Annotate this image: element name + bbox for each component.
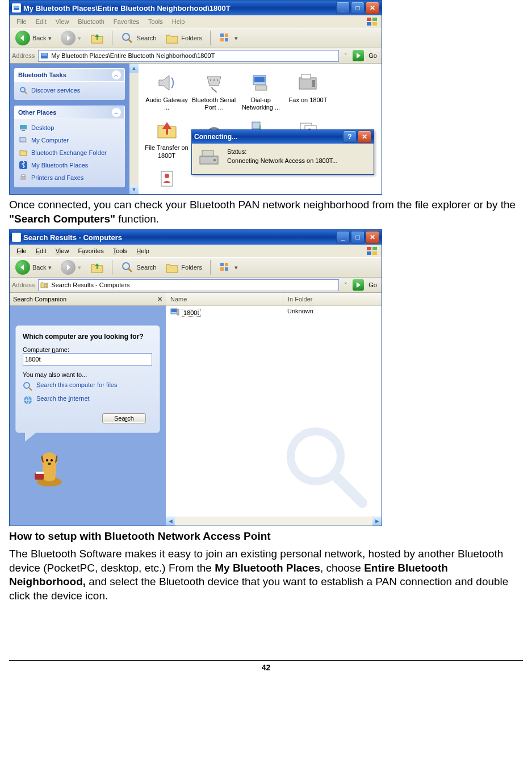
other-printers-faxes[interactable]: Printers and Faxes bbox=[18, 171, 122, 184]
sidebar-scrollbar[interactable]: ▲ ▼ bbox=[129, 64, 139, 194]
dialog-titlebar[interactable]: Connecting... ? ✕ bbox=[192, 130, 374, 144]
service-dun[interactable]: Dial-up Networking ... bbox=[237, 72, 284, 111]
service-audio-gateway[interactable]: Audio Gateway ... bbox=[143, 72, 190, 111]
menu-tools[interactable]: Tools bbox=[144, 17, 167, 26]
tasks-header[interactable]: Bluetooth Tasks ︿ bbox=[14, 68, 125, 82]
folders-button[interactable]: Folders bbox=[162, 30, 206, 46]
help-button[interactable]: ? bbox=[343, 131, 357, 143]
other-bt-exchange-folder[interactable]: Bluetooth Exchange Folder bbox=[18, 146, 122, 159]
search-files-link[interactable]: Search this computer for files bbox=[23, 381, 153, 392]
titlebar[interactable]: My Bluetooth Places\Entire Bluetooth Nei… bbox=[10, 1, 382, 15]
col-infolder[interactable]: In Folder bbox=[283, 293, 382, 305]
folders-button[interactable]: Folders bbox=[162, 259, 206, 275]
address-value: My Bluetooth Places\Entire Bluetooth Nei… bbox=[51, 52, 215, 59]
address-dropdown-icon[interactable]: ˅ bbox=[341, 52, 350, 60]
svg-rect-1 bbox=[14, 6, 19, 8]
back-arrow-icon bbox=[15, 31, 30, 45]
collapse-icon[interactable]: ︿ bbox=[112, 70, 121, 79]
service-file-transfer[interactable]: File Transfer on 1800T bbox=[143, 119, 190, 159]
svg-point-23 bbox=[210, 79, 211, 81]
back-button[interactable]: Back ▾ bbox=[12, 259, 55, 276]
menu-view[interactable]: View bbox=[51, 246, 74, 255]
col-name[interactable]: Name bbox=[166, 293, 283, 305]
results-hscrollbar[interactable]: ◀ ▶ bbox=[166, 517, 382, 526]
views-button[interactable]: ▾ bbox=[215, 259, 241, 275]
toolbar-separator bbox=[210, 31, 211, 45]
folder-icon bbox=[19, 148, 28, 157]
views-button[interactable]: ▾ bbox=[215, 30, 241, 46]
go-label: Go bbox=[366, 52, 379, 59]
maximize-button[interactable]: □ bbox=[351, 231, 365, 243]
svg-point-43 bbox=[213, 159, 216, 161]
close-button[interactable]: ✕ bbox=[358, 131, 371, 143]
forward-dropdown-icon: ▾ bbox=[78, 264, 81, 271]
folders-label: Folders bbox=[181, 264, 202, 271]
address-value: Search Results - Computers bbox=[51, 282, 129, 288]
other-header[interactable]: Other Places ︿ bbox=[14, 106, 125, 119]
up-button[interactable] bbox=[87, 259, 107, 275]
up-folder-icon bbox=[90, 261, 104, 274]
search-button[interactable]: Search bbox=[117, 30, 160, 46]
results-header: Name In Folder bbox=[166, 293, 382, 306]
other-my-bt-places[interactable]: My Bluetooth Places bbox=[18, 159, 122, 171]
close-button[interactable]: ✕ bbox=[366, 231, 379, 243]
address-field[interactable]: My Bluetooth Places\Entire Bluetooth Nei… bbox=[38, 50, 339, 62]
desktop-icon bbox=[19, 123, 28, 132]
menu-file[interactable]: File bbox=[12, 246, 31, 255]
menu-help[interactable]: Help bbox=[167, 17, 190, 26]
collapse-icon[interactable]: ︿ bbox=[112, 108, 121, 117]
menu-file[interactable]: File bbox=[12, 17, 31, 26]
service-fax[interactable]: Fax on 1800T bbox=[284, 72, 332, 111]
menu-edit[interactable]: Edit bbox=[31, 17, 51, 26]
menu-favorites[interactable]: Favorites bbox=[73, 246, 108, 255]
menu-tools[interactable]: Tools bbox=[108, 246, 132, 255]
scroll-up-icon[interactable]: ▲ bbox=[129, 64, 139, 73]
menu-view[interactable]: View bbox=[51, 17, 74, 26]
minimize-button[interactable]: _ bbox=[336, 231, 350, 243]
up-button[interactable] bbox=[87, 30, 107, 46]
menu-edit[interactable]: Edit bbox=[31, 246, 51, 255]
maximize-button[interactable]: □ bbox=[351, 2, 365, 14]
search-folder-icon bbox=[12, 233, 21, 242]
service-serial-port[interactable]: Bluetooth Serial Port ... bbox=[190, 72, 237, 111]
address-field[interactable]: Search Results - Computers bbox=[38, 279, 339, 291]
back-dropdown-icon: ▾ bbox=[48, 264, 52, 271]
close-button[interactable]: ✕ bbox=[366, 2, 379, 14]
go-button[interactable] bbox=[353, 50, 364, 61]
service-pim[interactable] bbox=[143, 167, 190, 192]
other-my-computer[interactable]: My Computer bbox=[18, 134, 122, 146]
svg-point-64 bbox=[48, 463, 51, 465]
companion-header: Search Companion ✕ bbox=[10, 293, 166, 306]
menu-bluetooth[interactable]: Bluetooth bbox=[73, 17, 108, 26]
svg-rect-5 bbox=[372, 22, 377, 26]
back-button[interactable]: Back ▾ bbox=[12, 30, 55, 47]
scroll-left-icon[interactable]: ◀ bbox=[166, 517, 175, 526]
search-button[interactable]: Search bbox=[102, 413, 146, 423]
scroll-right-icon[interactable]: ▶ bbox=[372, 517, 382, 526]
scroll-down-icon[interactable]: ▼ bbox=[129, 185, 139, 194]
svg-line-58 bbox=[29, 388, 32, 390]
address-label: Address bbox=[12, 282, 36, 288]
other-desktop[interactable]: Desktop bbox=[18, 121, 122, 134]
menu-favorites[interactable]: Favorites bbox=[109, 17, 144, 26]
result-row[interactable]: 1800t Unknown bbox=[166, 306, 382, 320]
companion-title: Search Companion bbox=[13, 296, 66, 303]
result-name: 1800t bbox=[182, 309, 201, 317]
menubar: File Edit View Bluetooth Favorites Tools… bbox=[10, 15, 382, 28]
task-discover-services[interactable]: Discover services bbox=[18, 84, 122, 96]
menu-help[interactable]: Help bbox=[132, 246, 154, 255]
back-label: Back bbox=[32, 35, 46, 41]
search-internet-link[interactable]: Search the Internet bbox=[23, 395, 153, 405]
address-dropdown-icon[interactable]: ˅ bbox=[341, 282, 350, 289]
window-title: Search Results - Computers bbox=[23, 233, 335, 242]
folders-label: Folders bbox=[181, 35, 202, 41]
computer-name-input[interactable] bbox=[23, 353, 152, 366]
close-companion-button[interactable]: ✕ bbox=[157, 296, 162, 303]
minimize-button[interactable]: _ bbox=[336, 2, 350, 14]
forward-button[interactable]: ▾ bbox=[57, 259, 85, 276]
go-button[interactable] bbox=[353, 279, 364, 291]
svg-rect-47 bbox=[372, 247, 377, 250]
search-button[interactable]: Search bbox=[117, 259, 160, 275]
forward-button[interactable]: ▾ bbox=[57, 30, 85, 47]
titlebar[interactable]: Search Results - Computers _ □ ✕ bbox=[10, 230, 382, 245]
